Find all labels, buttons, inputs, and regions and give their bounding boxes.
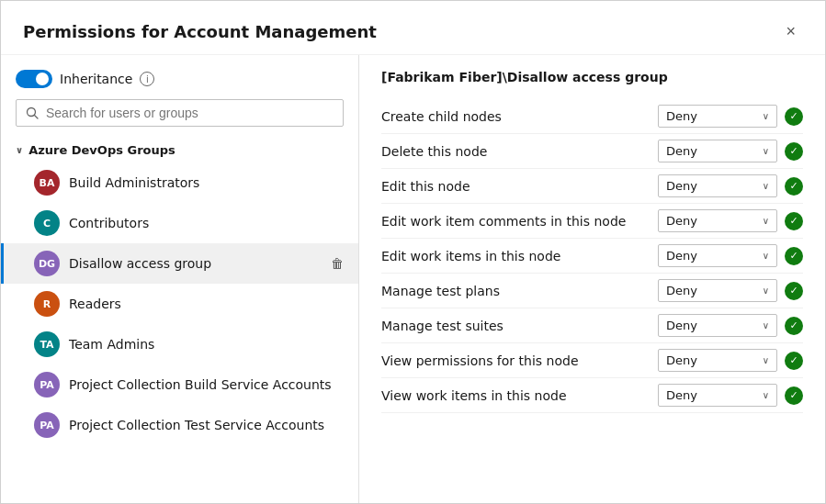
search-icon xyxy=(26,106,39,119)
search-box xyxy=(16,99,344,127)
group-name: Team Admins xyxy=(69,337,344,352)
permission-name: View work items in this node xyxy=(381,388,658,403)
permission-name: Manage test plans xyxy=(381,284,658,298)
info-icon[interactable]: i xyxy=(140,72,154,86)
groups-list: BABuild AdministratorsCContributorsDGDis… xyxy=(1,162,358,445)
check-icon xyxy=(785,212,803,230)
permission-name: Create child nodes xyxy=(381,109,658,124)
delete-icon[interactable]: 🗑 xyxy=(331,256,344,271)
check-icon xyxy=(785,352,803,370)
permission-dropdown[interactable]: Deny∨ xyxy=(658,209,777,232)
check-icon xyxy=(785,107,803,126)
permission-dropdown[interactable]: Deny∨ xyxy=(658,174,777,197)
search-input[interactable] xyxy=(46,106,334,120)
chevron-down-icon: ∨ xyxy=(763,286,769,296)
permission-value: Deny xyxy=(666,179,697,193)
avatar: BA xyxy=(34,170,60,196)
permission-row: Delete this nodeDeny∨ xyxy=(381,134,803,169)
dialog-header: Permissions for Account Management × xyxy=(1,1,825,55)
chevron-down-icon: ∨ xyxy=(763,216,769,226)
chevron-down-icon: ∨ xyxy=(763,181,769,191)
permission-row: View work items in this nodeDeny∨ xyxy=(381,378,803,413)
permission-control: Deny∨ xyxy=(658,279,803,302)
permission-row: Edit this nodeDeny∨ xyxy=(381,169,803,204)
permission-row: View permissions for this nodeDeny∨ xyxy=(381,343,803,378)
permission-dropdown[interactable]: Deny∨ xyxy=(658,279,777,302)
permission-row: Create child nodesDeny∨ xyxy=(381,99,803,134)
permission-row: Edit work item comments in this nodeDeny… xyxy=(381,204,803,239)
inheritance-toggle[interactable] xyxy=(16,70,52,88)
avatar: R xyxy=(34,291,60,317)
group-section-label: Azure DevOps Groups xyxy=(28,143,175,157)
permission-name: Edit work item comments in this node xyxy=(381,214,658,229)
permissions-list: Create child nodesDeny∨Delete this nodeD… xyxy=(381,99,803,413)
right-panel: [Fabrikam Fiber]\Disallow access group C… xyxy=(359,55,825,503)
permission-dropdown[interactable]: Deny∨ xyxy=(658,349,777,372)
permission-value: Deny xyxy=(666,319,697,332)
dialog-body: Inheritance i ∨ Azure DevOps Groups BABu… xyxy=(1,55,825,503)
chevron-down-icon: ∨ xyxy=(763,320,769,330)
permission-name: Edit this node xyxy=(381,179,658,194)
check-icon xyxy=(785,386,803,405)
permission-value: Deny xyxy=(666,214,697,228)
permission-value: Deny xyxy=(666,388,697,402)
group-name: Disallow access group xyxy=(69,256,322,271)
group-name: Readers xyxy=(69,297,344,311)
permission-name: Edit work items in this node xyxy=(381,249,658,263)
permission-control: Deny∨ xyxy=(658,140,803,162)
check-icon xyxy=(785,142,803,161)
permission-dropdown[interactable]: Deny∨ xyxy=(658,384,777,407)
permission-control: Deny∨ xyxy=(658,174,803,197)
permission-dropdown[interactable]: Deny∨ xyxy=(658,244,777,267)
group-item[interactable]: BABuild Administrators xyxy=(1,162,358,203)
context-title: [Fabrikam Fiber]\Disallow access group xyxy=(381,70,803,84)
avatar: C xyxy=(34,210,60,236)
permission-dropdown[interactable]: Deny∨ xyxy=(658,105,777,128)
permission-control: Deny∨ xyxy=(658,384,803,407)
group-item[interactable]: TATeam Admins xyxy=(1,324,358,364)
avatar: PA xyxy=(34,412,60,438)
group-item[interactable]: DGDisallow access group🗑 xyxy=(1,243,358,284)
permission-dropdown[interactable]: Deny∨ xyxy=(658,140,777,162)
permission-control: Deny∨ xyxy=(658,349,803,372)
permissions-dialog: Permissions for Account Management × Inh… xyxy=(0,0,826,504)
group-name: Project Collection Test Service Accounts xyxy=(69,418,344,432)
group-section-header[interactable]: ∨ Azure DevOps Groups xyxy=(1,138,358,162)
permission-row: Edit work items in this nodeDeny∨ xyxy=(381,239,803,274)
check-icon xyxy=(785,177,803,196)
permission-dropdown[interactable]: Deny∨ xyxy=(658,314,777,337)
chevron-down-icon: ∨ xyxy=(763,355,769,365)
chevron-down-icon: ∨ xyxy=(763,251,769,261)
group-item[interactable]: CContributors xyxy=(1,203,358,243)
group-name: Project Collection Build Service Account… xyxy=(69,377,344,392)
chevron-down-icon: ∨ xyxy=(763,111,769,121)
permission-value: Deny xyxy=(666,144,697,158)
permission-control: Deny∨ xyxy=(658,314,803,337)
group-name: Build Administrators xyxy=(69,175,344,190)
group-item[interactable]: PAProject Collection Build Service Accou… xyxy=(1,364,358,405)
avatar: DG xyxy=(34,251,60,276)
permission-value: Deny xyxy=(666,284,697,297)
check-icon xyxy=(785,317,803,335)
permission-control: Deny∨ xyxy=(658,105,803,128)
inheritance-row: Inheritance i xyxy=(1,70,358,99)
permission-control: Deny∨ xyxy=(658,244,803,267)
svg-line-1 xyxy=(35,116,39,119)
permission-value: Deny xyxy=(666,353,697,367)
permission-name: Manage test suites xyxy=(381,319,658,333)
chevron-down-icon: ∨ xyxy=(763,390,769,400)
avatar: TA xyxy=(34,331,60,357)
permission-name: View permissions for this node xyxy=(381,353,658,368)
permission-row: Manage test suitesDeny∨ xyxy=(381,308,803,343)
chevron-down-icon: ∨ xyxy=(763,146,769,156)
close-button[interactable]: × xyxy=(778,19,803,43)
group-item[interactable]: PAProject Collection Test Service Accoun… xyxy=(1,405,358,445)
group-section: ∨ Azure DevOps Groups BABuild Administra… xyxy=(1,138,358,503)
check-icon xyxy=(785,282,803,300)
chevron-down-icon: ∨ xyxy=(16,145,23,155)
group-item[interactable]: RReaders xyxy=(1,284,358,324)
avatar: PA xyxy=(34,372,60,398)
permission-row: Manage test plansDeny∨ xyxy=(381,274,803,308)
permission-name: Delete this node xyxy=(381,144,658,159)
dialog-title: Permissions for Account Management xyxy=(23,22,377,41)
